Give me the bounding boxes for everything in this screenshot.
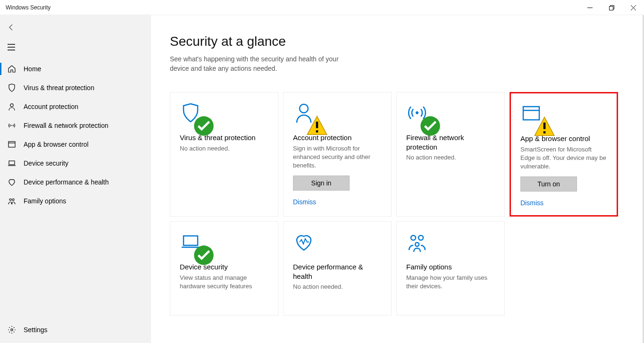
warning-badge-icon	[534, 116, 543, 125]
sidebar: Home Virus & threat protection Account p…	[0, 15, 151, 343]
cards-grid: Virus & threat protection No action need…	[170, 92, 624, 316]
antenna-icon	[406, 102, 495, 126]
turn-on-button[interactable]: Turn on	[520, 176, 577, 192]
window-icon	[520, 103, 607, 127]
titlebar: Windows Security	[0, 0, 644, 15]
warning-badge-icon	[306, 115, 316, 125]
laptop-icon	[8, 159, 16, 167]
antenna-icon	[8, 121, 16, 130]
svg-rect-4	[9, 161, 15, 165]
maximize-button[interactable]	[601, 0, 622, 15]
card-desc: SmartScreen for Microsoft Edge is off. Y…	[520, 145, 607, 171]
heart-icon	[293, 231, 382, 256]
sidebar-item-label: Device security	[24, 159, 68, 167]
card-desc: No action needed.	[293, 283, 382, 291]
card-account[interactable]: Account protection Sign in with Microsof…	[283, 92, 392, 217]
card-firewall[interactable]: Firewall & network protection No action …	[396, 92, 505, 217]
sidebar-item-label: Family options	[24, 197, 66, 205]
window-icon	[8, 140, 16, 149]
card-devicesecurity[interactable]: Device security View status and manage h…	[170, 221, 278, 316]
sidebar-item-account[interactable]: Account protection	[0, 97, 151, 116]
person-icon	[8, 102, 16, 111]
family-icon	[8, 197, 16, 205]
laptop-icon	[180, 231, 268, 256]
svg-rect-17	[184, 236, 198, 245]
main: Home Virus & threat protection Account p…	[0, 15, 644, 343]
svg-rect-0	[609, 6, 613, 10]
shield-icon	[8, 84, 16, 92]
nav: Home Virus & threat protection Account p…	[0, 59, 151, 320]
sidebar-item-firewall[interactable]: Firewall & network protection	[0, 116, 151, 135]
window-controls	[579, 0, 644, 15]
sidebar-item-home[interactable]: Home	[0, 59, 151, 78]
sidebar-item-label: Home	[24, 65, 41, 73]
page-subtitle: See what's happening with the security a…	[170, 55, 349, 73]
svg-point-21	[415, 243, 419, 246]
svg-rect-3	[8, 142, 15, 147]
sidebar-item-performance[interactable]: Device performance & health	[0, 173, 151, 192]
sidebar-item-appbrowser[interactable]: App & browser control	[0, 135, 151, 154]
card-desc: Sign in with Microsoft for enhanced secu…	[293, 144, 382, 170]
svg-point-1	[10, 104, 13, 107]
card-performance[interactable]: Device performance & health No action ne…	[283, 221, 392, 316]
svg-point-6	[12, 199, 14, 201]
card-desc: No action needed.	[180, 144, 268, 153]
svg-rect-11	[316, 130, 318, 133]
signin-button[interactable]: Sign in	[293, 176, 350, 191]
svg-rect-15	[544, 123, 546, 129]
sidebar-item-virus[interactable]: Virus & threat protection	[0, 78, 151, 97]
check-badge-icon	[419, 115, 429, 125]
svg-point-7	[11, 329, 13, 331]
sidebar-item-label: Account protection	[24, 103, 78, 110]
content-area: Security at a glance See what's happenin…	[151, 15, 644, 343]
svg-point-12	[416, 111, 418, 114]
close-button[interactable]	[622, 0, 644, 15]
heart-icon	[8, 178, 16, 186]
svg-point-2	[11, 125, 12, 126]
svg-point-20	[418, 235, 423, 240]
svg-point-5	[9, 199, 11, 201]
card-title: Device performance & health	[293, 262, 382, 281]
sidebar-item-label: Virus & threat protection	[24, 84, 94, 92]
gear-icon	[8, 326, 16, 334]
sidebar-item-settings[interactable]: Settings	[0, 320, 151, 339]
home-icon	[8, 65, 16, 73]
card-appbrowser[interactable]: App & browser control SmartScreen for Mi…	[510, 92, 618, 217]
sidebar-item-label: Settings	[24, 326, 48, 334]
svg-rect-10	[316, 122, 318, 128]
card-desc: Manage how your family uses their device…	[406, 274, 495, 291]
sidebar-item-label: App & browser control	[24, 141, 89, 148]
shield-icon	[180, 102, 268, 126]
card-desc: No action needed.	[406, 153, 495, 162]
sidebar-item-family[interactable]: Family options	[0, 192, 151, 210]
page-heading: Security at a glance	[170, 34, 624, 49]
sidebar-item-label: Device performance & health	[24, 178, 109, 186]
card-virus[interactable]: Virus & threat protection No action need…	[170, 92, 278, 217]
svg-point-19	[411, 235, 416, 240]
card-family[interactable]: Family options Manage how your family us…	[396, 221, 505, 316]
minimize-button[interactable]	[579, 0, 601, 15]
person-icon	[293, 102, 382, 126]
dismiss-link[interactable]: Dismiss	[293, 198, 382, 206]
dismiss-link[interactable]: Dismiss	[520, 199, 607, 207]
back-button[interactable]	[0, 18, 151, 37]
card-title: Family options	[406, 262, 495, 272]
hamburger-button[interactable]	[0, 37, 151, 58]
check-badge-icon	[193, 115, 202, 125]
check-badge-icon	[193, 244, 202, 254]
sidebar-item-label: Firewall & network protection	[24, 122, 109, 129]
card-desc: View status and manage hardware security…	[180, 274, 268, 291]
family-icon	[406, 231, 495, 256]
window-title: Windows Security	[6, 4, 50, 11]
svg-rect-16	[544, 131, 546, 134]
svg-point-9	[300, 104, 308, 113]
sidebar-item-devicesecurity[interactable]: Device security	[0, 154, 151, 173]
